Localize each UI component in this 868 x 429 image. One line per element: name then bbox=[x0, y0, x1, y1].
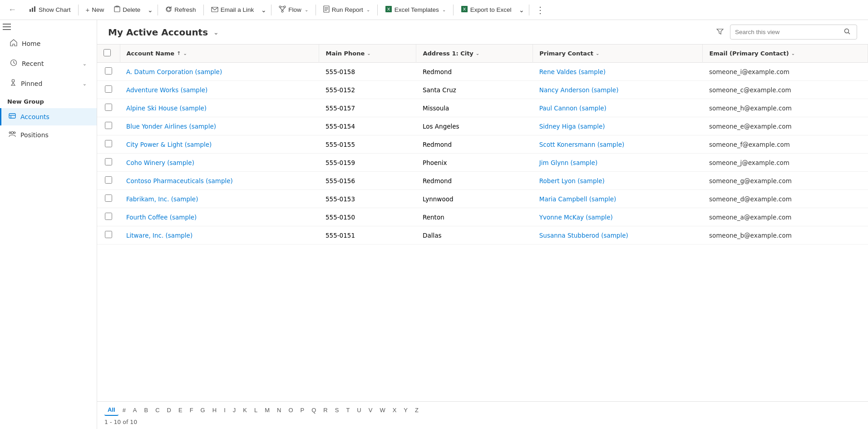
row-check-cell[interactable] bbox=[97, 99, 120, 117]
alpha-btn-p[interactable]: P bbox=[297, 405, 308, 415]
row-check-cell[interactable] bbox=[97, 226, 120, 244]
alpha-btn-n[interactable]: N bbox=[274, 405, 284, 415]
row-checkbox-4[interactable] bbox=[105, 140, 112, 147]
col-header-city[interactable]: Address 1: City ⌄ bbox=[416, 45, 533, 63]
cell-primary-contact[interactable]: Rene Valdes (sample) bbox=[533, 63, 703, 81]
alpha-btn-#[interactable]: # bbox=[119, 405, 129, 415]
alpha-btn-q[interactable]: Q bbox=[308, 405, 319, 415]
show-chart-button[interactable]: Show Chart bbox=[25, 3, 75, 17]
row-checkbox-9[interactable] bbox=[105, 231, 112, 238]
col-header-account-name[interactable]: Account Name ↑ ⌄ bbox=[120, 45, 319, 63]
flow-button[interactable]: Flow ⌄ bbox=[274, 3, 313, 17]
cell-account-name[interactable]: Fabrikam, Inc. (sample) bbox=[120, 190, 319, 208]
view-title-chevron-icon[interactable]: ⌄ bbox=[213, 29, 219, 36]
cell-account-name[interactable]: A. Datum Corporation (sample) bbox=[120, 63, 319, 81]
alpha-btn-j[interactable]: J bbox=[230, 405, 239, 415]
cell-account-name[interactable]: Litware, Inc. (sample) bbox=[120, 226, 319, 244]
row-check-cell[interactable] bbox=[97, 135, 120, 154]
new-button[interactable]: + New bbox=[81, 3, 109, 16]
cell-primary-contact[interactable]: Robert Lyon (sample) bbox=[533, 172, 703, 190]
sidebar: Home Recent ⌄ Pinned ⌄ New Group Account… bbox=[0, 20, 97, 429]
cell-account-name[interactable]: Fourth Coffee (sample) bbox=[120, 208, 319, 226]
export-chevron[interactable]: ⌄ bbox=[517, 4, 526, 16]
alpha-btn-g[interactable]: G bbox=[197, 405, 208, 415]
row-check-cell[interactable] bbox=[97, 190, 120, 208]
row-check-cell[interactable] bbox=[97, 208, 120, 226]
alpha-btn-e[interactable]: E bbox=[175, 405, 186, 415]
sidebar-item-home[interactable]: Home bbox=[3, 35, 94, 53]
row-check-cell[interactable] bbox=[97, 63, 120, 81]
run-report-button[interactable]: Run Report ⌄ bbox=[319, 3, 375, 17]
row-checkbox-8[interactable] bbox=[105, 213, 112, 220]
alpha-btn-u[interactable]: U bbox=[354, 405, 364, 415]
cell-primary-contact[interactable]: Jim Glynn (sample) bbox=[533, 154, 703, 172]
col-header-main-phone[interactable]: Main Phone ⌄ bbox=[319, 45, 416, 63]
cell-primary-contact[interactable]: Maria Campbell (sample) bbox=[533, 190, 703, 208]
row-checkbox-7[interactable] bbox=[105, 195, 112, 202]
cell-primary-contact[interactable]: Susanna Stubberod (sample) bbox=[533, 226, 703, 244]
alpha-btn-all[interactable]: All bbox=[104, 404, 118, 416]
col-header-email[interactable]: Email (Primary Contact) ⌄ bbox=[703, 45, 868, 63]
alpha-btn-d[interactable]: D bbox=[164, 405, 174, 415]
filter-button[interactable] bbox=[714, 25, 726, 40]
cell-primary-contact[interactable]: Nancy Anderson (sample) bbox=[533, 81, 703, 99]
alpha-btn-t[interactable]: T bbox=[343, 405, 353, 415]
alpha-btn-m[interactable]: M bbox=[261, 405, 273, 415]
search-button[interactable] bbox=[842, 27, 852, 37]
alpha-btn-w[interactable]: W bbox=[376, 405, 388, 415]
col-header-primary-contact[interactable]: Primary Contact ⌄ bbox=[533, 45, 703, 63]
alpha-btn-k[interactable]: K bbox=[240, 405, 250, 415]
cell-primary-contact[interactable]: Paul Cannon (sample) bbox=[533, 99, 703, 117]
alpha-btn-o[interactable]: O bbox=[285, 405, 296, 415]
cell-primary-contact[interactable]: Sidney Higa (sample) bbox=[533, 117, 703, 135]
cell-primary-contact[interactable]: Yvonne McKay (sample) bbox=[533, 208, 703, 226]
delete-chevron[interactable]: ⌄ bbox=[146, 4, 155, 16]
email-link-chevron[interactable]: ⌄ bbox=[259, 4, 268, 16]
sidebar-item-positions[interactable]: Positions bbox=[0, 126, 97, 144]
row-checkbox-3[interactable] bbox=[105, 122, 112, 129]
select-all-checkbox[interactable] bbox=[104, 49, 111, 56]
export-excel-button[interactable]: Export to Excel bbox=[456, 3, 516, 17]
cell-account-name[interactable]: Blue Yonder Airlines (sample) bbox=[120, 117, 319, 135]
alpha-btn-z[interactable]: Z bbox=[412, 405, 422, 415]
alpha-btn-l[interactable]: L bbox=[251, 405, 261, 415]
alpha-btn-x[interactable]: X bbox=[390, 405, 400, 415]
sidebar-item-accounts[interactable]: Accounts bbox=[0, 108, 97, 125]
cell-account-name[interactable]: Contoso Pharmaceuticals (sample) bbox=[120, 172, 319, 190]
cell-account-name[interactable]: Adventure Works (sample) bbox=[120, 81, 319, 99]
alpha-btn-y[interactable]: Y bbox=[400, 405, 411, 415]
row-check-cell[interactable] bbox=[97, 172, 120, 190]
cell-primary-contact[interactable]: Scott Konersmann (sample) bbox=[533, 135, 703, 154]
alpha-btn-f[interactable]: F bbox=[187, 405, 197, 415]
sidebar-item-pinned[interactable]: Pinned ⌄ bbox=[3, 75, 94, 93]
header-checkbox-cell[interactable] bbox=[97, 45, 120, 63]
email-link-button[interactable]: Email a Link bbox=[207, 3, 259, 16]
cell-account-name[interactable]: Coho Winery (sample) bbox=[120, 154, 319, 172]
row-checkbox-1[interactable] bbox=[105, 85, 112, 93]
alpha-btn-r[interactable]: R bbox=[320, 405, 330, 415]
row-checkbox-6[interactable] bbox=[105, 176, 112, 184]
row-check-cell[interactable] bbox=[97, 117, 120, 135]
row-check-cell[interactable] bbox=[97, 154, 120, 172]
hamburger-button[interactable] bbox=[0, 20, 97, 34]
row-checkbox-2[interactable] bbox=[105, 104, 112, 111]
row-check-cell[interactable] bbox=[97, 81, 120, 99]
alpha-btn-v[interactable]: V bbox=[365, 405, 376, 415]
alpha-btn-h[interactable]: H bbox=[209, 405, 220, 415]
alpha-btn-a[interactable]: A bbox=[130, 405, 140, 415]
excel-templates-button[interactable]: Excel Templates ⌄ bbox=[380, 3, 450, 17]
cell-account-name[interactable]: Alpine Ski House (sample) bbox=[120, 99, 319, 117]
search-input[interactable] bbox=[735, 29, 839, 35]
alpha-btn-i[interactable]: I bbox=[221, 405, 229, 415]
alpha-btn-b[interactable]: B bbox=[141, 405, 152, 415]
row-checkbox-5[interactable] bbox=[105, 158, 112, 165]
alpha-btn-s[interactable]: S bbox=[332, 405, 342, 415]
row-checkbox-0[interactable] bbox=[105, 67, 112, 75]
back-button[interactable]: ← bbox=[4, 2, 21, 17]
cell-account-name[interactable]: City Power & Light (sample) bbox=[120, 135, 319, 154]
alpha-btn-c[interactable]: C bbox=[152, 405, 163, 415]
delete-button[interactable]: Delete bbox=[109, 3, 145, 17]
refresh-button[interactable]: Refresh bbox=[161, 3, 200, 17]
more-options-button[interactable]: ⋮ bbox=[532, 2, 548, 18]
sidebar-item-recent[interactable]: Recent ⌄ bbox=[3, 55, 94, 73]
